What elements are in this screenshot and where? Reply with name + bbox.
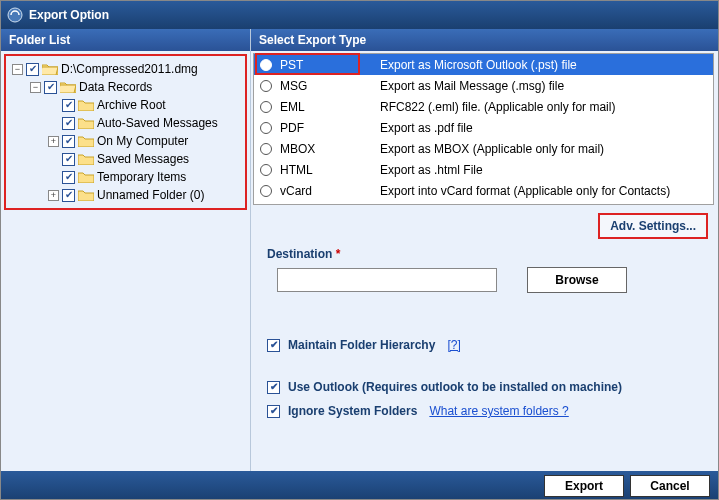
system-folders-link[interactable]: What are system folders ? [429,404,568,418]
export-format-list[interactable]: PSTExport as Microsoft Outlook (.pst) fi… [253,53,714,205]
radio-button[interactable] [260,143,272,155]
radio-button[interactable] [260,164,272,176]
window-title: Export Option [29,8,109,22]
use-outlook-row: ✔ Use Outlook (Requires outlook to be in… [251,375,718,399]
folder-icon [78,134,94,148]
browse-button[interactable]: Browse [527,267,627,293]
expand-spacer [48,154,59,165]
help-link[interactable]: [?] [447,338,460,352]
folder-icon [78,188,94,202]
svg-point-0 [8,8,22,22]
format-desc: Export as Microsoft Outlook (.pst) file [380,58,713,72]
collapse-icon[interactable]: − [30,82,41,93]
tree-node-item[interactable]: ✔Saved Messages [48,150,243,168]
expand-spacer [48,100,59,111]
tree-node-item[interactable]: +✔Unnamed Folder (0) [48,186,243,204]
format-desc: Export as .pdf file [380,121,713,135]
format-desc: Export as MBOX (Applicable only for mail… [380,142,713,156]
node-label: Data Records [79,80,152,94]
node-label: Saved Messages [97,152,189,166]
export-type-header: Select Export Type [251,29,718,51]
format-desc: Export as Mail Message (.msg) file [380,79,713,93]
checkbox[interactable]: ✔ [62,99,75,112]
checkbox[interactable]: ✔ [62,135,75,148]
destination-input[interactable] [277,268,497,292]
radio-button[interactable] [260,185,272,197]
maintain-hierarchy-row: ✔ Maintain Folder Hierarchy [?] [251,333,718,357]
footer-bar: Export Cancel [1,471,718,500]
export-format-row[interactable]: MSGExport as Mail Message (.msg) file [254,75,713,96]
export-format-row[interactable]: PDFExport as .pdf file [254,117,713,138]
folder-open-icon [60,80,76,94]
use-outlook-label: Use Outlook (Requires outlook to be inst… [288,380,622,394]
checkbox[interactable]: ✔ [62,153,75,166]
node-label: Temporary Items [97,170,186,184]
radio-button[interactable] [260,80,272,92]
export-format-row[interactable]: HTMLExport as .html File [254,159,713,180]
format-desc: Export as .html File [380,163,713,177]
folder-icon [78,116,94,130]
checkbox[interactable]: ✔ [62,171,75,184]
checkbox[interactable]: ✔ [267,339,280,352]
ignore-system-row: ✔ Ignore System Folders What are system … [251,399,718,423]
node-label: On My Computer [97,134,188,148]
export-type-panel: Select Export Type PSTExport as Microsof… [251,29,718,471]
cancel-button[interactable]: Cancel [630,475,710,497]
maintain-hierarchy-label: Maintain Folder Hierarchy [288,338,435,352]
format-name: PDF [280,121,380,135]
folder-icon [78,152,94,166]
folder-open-icon [42,62,58,76]
format-name: PST [280,58,380,72]
checkbox[interactable]: ✔ [44,81,57,94]
format-name: vCard [280,184,380,198]
tree-node-data-records[interactable]: − ✔ Data Records [30,78,243,96]
checkbox[interactable]: ✔ [267,381,280,394]
node-label: Archive Root [97,98,166,112]
checkbox[interactable]: ✔ [26,63,39,76]
expand-spacer [48,118,59,129]
app-icon [7,7,23,23]
ignore-system-label: Ignore System Folders [288,404,417,418]
folder-list-panel: Folder List − ✔ D:\Compressed2011.dmg − [1,29,251,471]
export-format-row[interactable]: MBOXExport as MBOX (Applicable only for … [254,138,713,159]
export-format-row[interactable]: PSTExport as Microsoft Outlook (.pst) fi… [254,54,713,75]
export-button[interactable]: Export [544,475,624,497]
destination-label: Destination * [267,247,702,261]
radio-button[interactable] [260,101,272,113]
format-name: MSG [280,79,380,93]
export-format-row[interactable]: vCardExport into vCard format (Applicabl… [254,180,713,201]
checkbox[interactable]: ✔ [267,405,280,418]
collapse-icon[interactable]: − [12,64,23,75]
format-desc: Export into vCard format (Applicable onl… [380,184,713,198]
checkbox[interactable]: ✔ [62,189,75,202]
tree-node-item[interactable]: ✔Temporary Items [48,168,243,186]
format-name: MBOX [280,142,380,156]
format-name: ICS [280,205,380,206]
advanced-settings-button[interactable]: Adv. Settings... [598,213,708,239]
folder-tree-highlight: − ✔ D:\Compressed2011.dmg − ✔ Data Recor… [4,54,247,210]
format-name: HTML [280,163,380,177]
folder-list-header: Folder List [1,29,250,51]
tree-node-root[interactable]: − ✔ D:\Compressed2011.dmg [12,60,243,78]
tree-node-item[interactable]: +✔On My Computer [48,132,243,150]
node-label: Unnamed Folder (0) [97,188,204,202]
format-name: EML [280,100,380,114]
checkbox[interactable]: ✔ [62,117,75,130]
radio-button[interactable] [260,122,272,134]
expand-icon[interactable]: + [48,136,59,147]
title-bar: Export Option [1,1,718,29]
export-format-row[interactable]: ICSExport to ICS Format (Applicable only… [254,201,713,205]
folder-tree: − ✔ D:\Compressed2011.dmg − ✔ Data Recor… [8,60,243,204]
folder-icon [78,170,94,184]
export-format-row[interactable]: EMLRFC822 (.eml) file. (Applicable only … [254,96,713,117]
expand-spacer [48,172,59,183]
tree-node-item[interactable]: ✔Auto-Saved Messages [48,114,243,132]
expand-icon[interactable]: + [48,190,59,201]
format-desc: Export to ICS Format (Applicable only fo… [380,205,713,206]
tree-node-item[interactable]: ✔Archive Root [48,96,243,114]
radio-button[interactable] [260,59,272,71]
folder-icon [78,98,94,112]
node-label: Auto-Saved Messages [97,116,218,130]
format-desc: RFC822 (.eml) file. (Applicable only for… [380,100,713,114]
node-label: D:\Compressed2011.dmg [61,62,198,76]
